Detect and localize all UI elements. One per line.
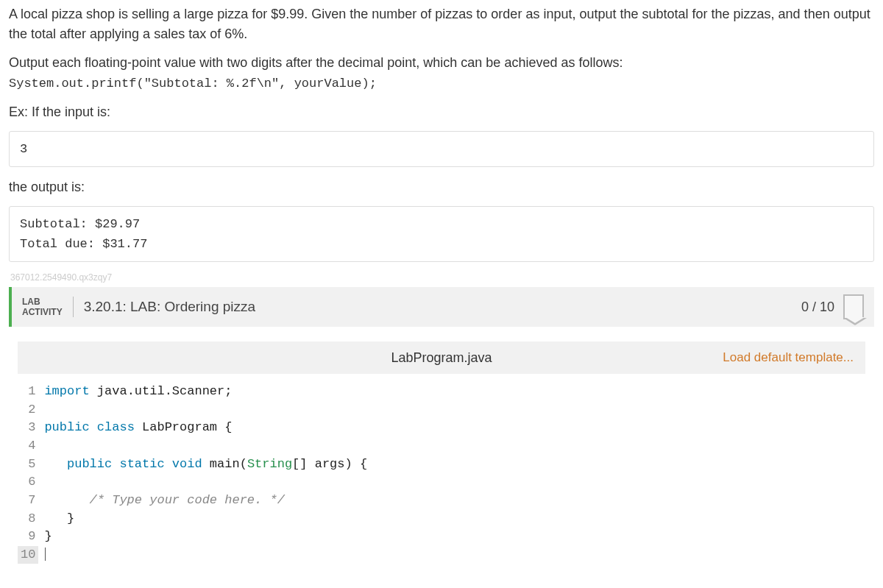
lab-title: 3.20.1: LAB: Ordering pizza	[84, 299, 801, 315]
example-output-box: Subtotal: $29.97 Total due: $31.77	[9, 206, 874, 262]
filename-label: LabProgram.java	[391, 350, 492, 366]
ribbon-icon	[843, 294, 864, 319]
code-editor-panel: LabProgram.java Load default template...…	[18, 341, 865, 564]
example-input-box: 3	[9, 131, 874, 167]
code-editor[interactable]: 1 2 3 4 5 6 7 8 9 10 import java.util.Sc…	[18, 374, 865, 564]
code-hint: System.out.printf("Subtotal: %.2f\n", yo…	[9, 77, 377, 91]
text-cursor	[45, 548, 46, 561]
problem-paragraph-1: A local pizza shop is selling a large pi…	[9, 4, 874, 44]
example-output-label: the output is:	[9, 177, 874, 197]
code-content[interactable]: import java.util.Scanner; public class L…	[44, 383, 865, 564]
problem-paragraph-2: Output each floating-point value with tw…	[9, 53, 874, 93]
watermark-text: 367012.2549490.qx3zqy7	[10, 272, 874, 283]
lab-activity-header: LAB ACTIVITY 3.20.1: LAB: Ordering pizza…	[9, 287, 874, 327]
editor-toolbar: LabProgram.java Load default template...	[18, 341, 865, 374]
example-input-label: Ex: If the input is:	[9, 102, 874, 122]
lab-badge: LAB ACTIVITY	[22, 297, 74, 318]
problem-statement: A local pizza shop is selling a large pi…	[9, 4, 874, 122]
score-display: 0 / 10	[801, 300, 834, 315]
line-number-gutter: 1 2 3 4 5 6 7 8 9 10	[18, 383, 44, 564]
load-default-template-link[interactable]: Load default template...	[723, 350, 854, 365]
